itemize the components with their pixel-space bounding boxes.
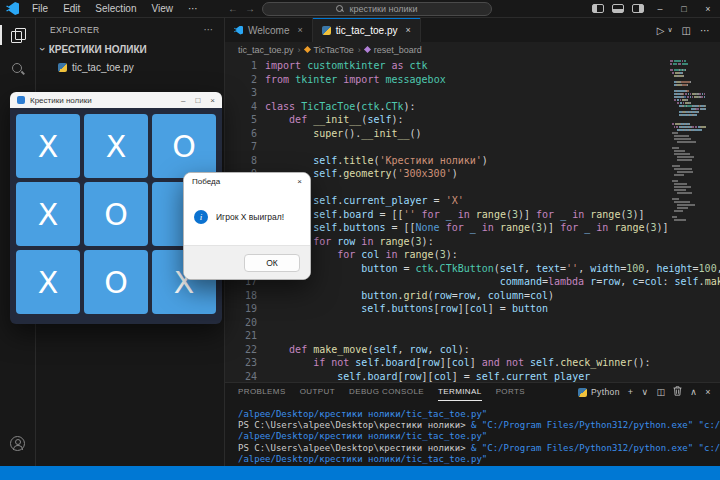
game-close-button[interactable]: × [210,96,215,105]
code-line: 23 if not self.board[row][col] and not s… [225,356,720,370]
toggle-panel-icon[interactable] [612,4,624,13]
close-tab-icon[interactable]: × [405,25,410,35]
terminal-line: PS C:\Users\alpee\Desktop\крестики нолик… [238,443,720,454]
vscode-logo-icon [6,2,19,15]
tictactoe-titlebar[interactable]: Крестики нолики – □ × [10,92,222,108]
terminal-profile-badge[interactable]: Python [578,387,620,397]
terminal-content[interactable]: /alpee/Desktop/крестики нолики/tic_tac_t… [225,401,720,465]
class-icon [304,46,311,53]
maximize-panel-button[interactable]: ∧ [690,387,697,397]
tictactoe-window-controls: – □ × [181,96,215,105]
code-line: 5 def __init__(self): [225,113,720,127]
menubar: File Edit Selection View ⋯ [25,2,205,15]
tab-label: Welcome [248,25,290,36]
tree-folder-root[interactable]: › КРЕСТИКИ НОЛИКИ [36,40,224,58]
ttt-cell[interactable]: X [16,182,80,246]
game-minimize-button[interactable]: – [181,96,185,105]
code-line: 7 [225,140,720,154]
dialog-body: Игрок X выиграл! [184,189,310,245]
code-line: 4class TicTacToe(ctk.CTk): [225,100,720,114]
ttt-cell[interactable]: O [84,182,148,246]
kill-terminal-button[interactable] [673,386,682,398]
code-line: 1import customtkinter as ctk [225,59,720,73]
chevron-down-icon: › [37,47,49,51]
game-maximize-button[interactable]: □ [195,96,200,105]
breadcrumb-class[interactable]: TicTacToe [314,45,354,55]
more-actions-button[interactable]: ⋯ [700,25,710,36]
tab-ports[interactable]: PORTS [496,383,525,401]
panel-actions: Python + ∨ ◫ ∧ × [578,386,720,398]
window-maximize-button[interactable]: □ [672,0,696,17]
ttt-cell[interactable]: X [16,114,80,178]
info-icon [194,210,208,224]
code-line: 22 def make_move(self, row, col): [225,343,720,357]
file-name: tic_tac_toe.py [72,62,134,73]
terminal-line: /alpee/Desktop/крестики нолики/tic_tac_t… [238,454,720,465]
run-button[interactable]: ▷ [657,25,665,36]
command-center-search[interactable]: крестики нолики [262,2,492,16]
terminal-dropdown-icon[interactable]: ∨ [641,387,648,397]
minimap[interactable] [670,60,706,222]
tab-tic-tac-toe[interactable]: tic_tac_toe.py × [313,18,421,42]
close-tab-icon[interactable]: × [298,25,303,35]
explorer-more-actions-button[interactable]: ⋯ [204,24,214,35]
editor-tabbar: Welcome × tic_tac_toe.py × ▷ ∨ ◫ ⋯ [225,18,720,42]
run-dropdown-icon[interactable]: ∨ [667,26,672,34]
command-center-text: крестики нолики [349,4,417,14]
menu-selection[interactable]: Selection [88,2,143,15]
ttt-cell[interactable]: O [84,250,148,314]
search-activity-button[interactable] [0,52,36,86]
ttt-cell[interactable]: X [16,250,80,314]
menu-edit[interactable]: Edit [56,2,87,15]
tab-output[interactable]: OUTPUT [300,383,335,401]
account-button[interactable] [0,426,36,460]
explorer-title: EXPLORER [50,25,100,35]
panel-tabbar: PROBLEMS OUTPUT DEBUG CONSOLE TERMINAL P… [225,383,720,401]
shell-name: Python [591,387,620,397]
new-terminal-button[interactable]: + [628,387,634,397]
python-icon [578,388,587,397]
code-line: 2from tkinter import messagebox [225,73,720,87]
code-line: 20 [225,316,720,330]
window-close-button[interactable]: × [696,0,720,17]
split-editor-button[interactable]: ◫ [682,25,691,36]
breadcrumb-file[interactable]: tic_tac_toe.py [238,45,294,55]
close-panel-button[interactable]: × [705,387,711,397]
vscode-window: File Edit Selection View ⋯ ← → крестики … [0,0,720,480]
tree-file-item[interactable]: tic_tac_toe.py [36,58,224,76]
tab-terminal[interactable]: TERMINAL [438,383,482,401]
files-icon [11,28,25,42]
back-arrow-icon[interactable]: ← [228,3,238,14]
breadcrumb-separator: › [298,45,301,55]
code-line: 24 self.board[row][col] = self.current_p… [225,370,720,383]
code-line: 8 self.title('Крестики нолики') [225,154,720,168]
dialog-title: Победа [192,177,220,186]
tab-debug-console[interactable]: DEBUG CONSOLE [349,383,424,401]
ttt-cell[interactable]: X [84,114,148,178]
dialog-close-button[interactable]: × [297,177,302,186]
editor-actions: ▷ ∨ ◫ ⋯ [657,18,720,42]
toggle-secondary-sidebar-icon[interactable] [632,4,644,13]
menu-file[interactable]: File [25,2,55,15]
tab-problems[interactable]: PROBLEMS [238,383,286,401]
ok-button[interactable]: ОК [244,254,300,272]
dialog-titlebar[interactable]: Победа × [184,173,310,189]
python-file-icon [58,63,67,72]
breadcrumb-method[interactable]: reset_board [374,45,422,55]
forward-arrow-icon[interactable]: → [245,3,255,14]
method-icon [364,46,371,53]
code-line: 19 self.buttons[row][col] = button [225,302,720,316]
menu-overflow-button[interactable]: ⋯ [181,2,205,15]
breadcrumb: tic_tac_toe.py › TicTacToe › reset_board [225,42,720,57]
tab-welcome[interactable]: Welcome × [225,18,313,42]
explorer-activity-button[interactable] [0,18,36,52]
code-line: 6 super().__init__() [225,127,720,141]
menu-view[interactable]: View [145,2,181,15]
bottom-panel: PROBLEMS OUTPUT DEBUG CONSOLE TERMINAL P… [225,382,720,466]
ttt-cell[interactable]: O [152,114,216,178]
split-terminal-button[interactable]: ◫ [656,387,665,397]
status-bar[interactable] [0,466,720,480]
toggle-sidebar-icon[interactable] [592,4,604,13]
window-minimize-button[interactable]: – [648,0,672,17]
welcome-tab-icon [234,26,243,35]
